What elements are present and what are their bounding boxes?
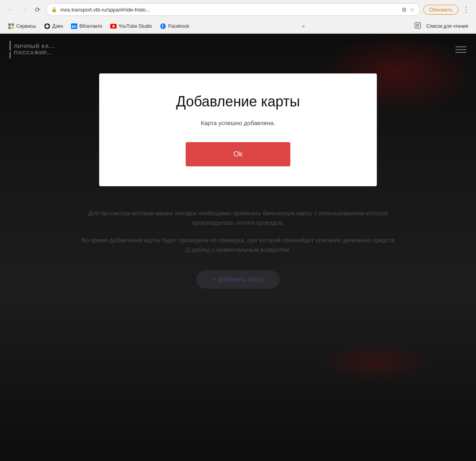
- bookmark-services[interactable]: Сервисы: [5, 21, 39, 31]
- svg-rect-2: [8, 27, 11, 29]
- services-icon: [8, 23, 14, 29]
- youtube-studio-label: YouTube Studio: [119, 23, 152, 29]
- dzen-label: Дзен: [52, 23, 63, 29]
- dzen-icon: [44, 23, 50, 29]
- modal-title: Добавление карты: [123, 93, 353, 110]
- vk-icon: ВК: [71, 23, 77, 29]
- bookmark-vkontakte[interactable]: ВК ВКонтакте: [68, 21, 106, 31]
- reload-button[interactable]: ⟳: [32, 4, 43, 15]
- modal-overlay: Добавление карты Карта успешно добавлена…: [0, 34, 476, 461]
- address-bar[interactable]: 🔒 mos.transport.vtb.ru/sppa/#/ride-histo…: [46, 3, 420, 16]
- back-button[interactable]: ←: [5, 4, 16, 15]
- translate-icon[interactable]: ⊞: [402, 6, 407, 13]
- browser-actions: Обновить ⋮: [423, 5, 471, 15]
- svg-text:ВК: ВК: [72, 25, 77, 29]
- nav-buttons: ← → ⟳: [5, 4, 43, 15]
- modal-dialog: Добавление карты Карта успешно добавлена…: [99, 73, 377, 186]
- svg-rect-3: [12, 27, 14, 29]
- youtube-icon: [110, 23, 117, 29]
- svg-rect-0: [8, 23, 11, 26]
- more-bookmarks-button[interactable]: »: [302, 23, 305, 29]
- bookmarks-bar: Сервисы Дзен ВК ВКонтакте: [0, 19, 476, 33]
- reading-list-label[interactable]: Список для чтения: [423, 22, 471, 31]
- forward-button[interactable]: →: [18, 4, 29, 15]
- url-text: mos.transport.vtb.ru/sppa/#/ride-histo..…: [60, 7, 399, 13]
- bookmark-facebook[interactable]: f Facebook: [157, 21, 192, 31]
- browser-menu-button[interactable]: ⋮: [461, 5, 471, 14]
- svg-rect-1: [12, 23, 14, 26]
- star-icon[interactable]: ☆: [410, 6, 415, 13]
- modal-subtitle: Карта успешно добавлена.: [123, 120, 353, 126]
- page-content: ЛИЧНЫЙ КА... ПАССАЖИР... Для просмотра и…: [0, 34, 476, 461]
- reading-list-section: Список для чтения: [415, 22, 471, 31]
- vkontakte-label: ВКонтакте: [79, 23, 102, 29]
- browser-chrome: ← → ⟳ 🔒 mos.transport.vtb.ru/sppa/#/ride…: [0, 0, 476, 34]
- update-button[interactable]: Обновить: [423, 5, 459, 15]
- bookmark-youtube-studio[interactable]: YouTube Studio: [107, 21, 155, 31]
- bookmark-dzen[interactable]: Дзен: [41, 21, 66, 31]
- svg-text:f: f: [162, 24, 163, 29]
- lock-icon: 🔒: [51, 7, 57, 12]
- facebook-icon: f: [160, 23, 166, 29]
- services-label: Сервисы: [16, 23, 36, 29]
- browser-toolbar: ← → ⟳ 🔒 mos.transport.vtb.ru/sppa/#/ride…: [0, 0, 476, 19]
- facebook-label: Facebook: [168, 23, 189, 29]
- reading-list-icon: [415, 22, 421, 30]
- modal-ok-button[interactable]: Ok: [186, 142, 290, 166]
